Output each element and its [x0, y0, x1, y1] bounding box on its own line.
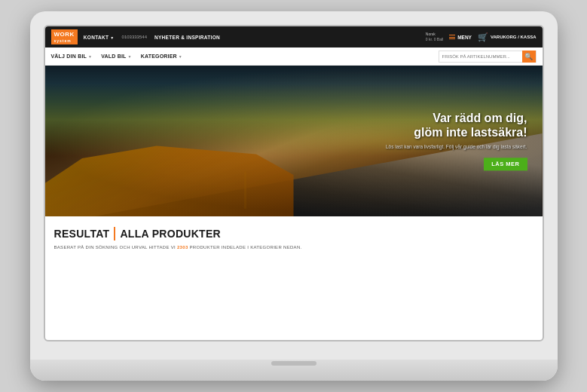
- top-nav-right: Norsk 0 kr. 0 Ball MENY 🛒 VARUKORG / KAS…: [426, 32, 537, 42]
- hero-title: Var rädd om dig, glöm inte lastsäkra!: [386, 111, 527, 139]
- results-description: BASERAT PÅ DIN SÖKNING OCH URVAL HITTADE…: [54, 245, 533, 250]
- laptop-base: [30, 360, 558, 381]
- hamburger-icon: [449, 35, 455, 39]
- top-nav: WORK system KONTAKT ▼ 0103333544 NYHETER…: [45, 26, 543, 47]
- search-icon: 🔍: [524, 53, 533, 60]
- logo[interactable]: WORK system: [51, 29, 78, 44]
- arrow-icon: ▼: [128, 54, 132, 59]
- cta-button[interactable]: LÄS MER: [484, 158, 527, 171]
- laptop-screen: WORK system KONTAKT ▼ 0103333544 NYHETER…: [44, 25, 544, 341]
- hero-subtitle: Lös last kan vara livsfarligt. Följ vår …: [386, 145, 527, 150]
- phone-number[interactable]: 0103333544: [122, 35, 147, 39]
- kontakt-link[interactable]: KONTAKT ▼: [84, 35, 115, 40]
- lang-switcher[interactable]: Norsk 0 kr. 0 Ball: [426, 32, 443, 42]
- title-divider: [114, 227, 115, 240]
- laptop-frame: WORK system KONTAKT ▼ 0103333544 NYHETER…: [30, 11, 558, 381]
- choose-car-nav[interactable]: VÄLJ DIN BIL ▼: [51, 54, 93, 59]
- cart-button[interactable]: 🛒 VARUKORG / KASSA: [478, 32, 537, 42]
- results-section: RESULTAT ALLA PRODUKTER BASERAT PÅ DIN S…: [45, 216, 543, 257]
- cart-icon: 🛒: [478, 32, 488, 42]
- selected-car-nav[interactable]: VALD BIL ▼: [101, 54, 132, 59]
- product-count: 2303: [177, 245, 188, 250]
- results-label: RESULTAT: [54, 228, 110, 240]
- laptop-notch: [271, 361, 316, 366]
- menu-button[interactable]: MENY: [449, 35, 472, 40]
- secondary-nav: VÄLJ DIN BIL ▼ VALD BIL ▼ KATEGORIER ▼ 🔍: [45, 47, 543, 66]
- categories-nav[interactable]: KATEGORIER ▼: [141, 54, 182, 59]
- search-button[interactable]: 🔍: [522, 51, 536, 63]
- search-input[interactable]: [439, 54, 522, 59]
- arrow-icon: ▼: [179, 54, 182, 59]
- search-box: 🔍: [439, 51, 537, 63]
- results-title: RESULTAT ALLA PRODUKTER: [54, 227, 533, 240]
- news-link[interactable]: NYHETER & INSPIRATION: [154, 35, 220, 40]
- hero-section: Var rädd om dig, glöm inte lastsäkra! Lö…: [45, 66, 543, 216]
- hero-text: Var rädd om dig, glöm inte lastsäkra! Lö…: [386, 111, 527, 170]
- top-nav-links: KONTAKT ▼ 0103333544 NYHETER & INSPIRATI…: [84, 35, 426, 40]
- all-products-label: ALLA PRODUKTER: [120, 228, 221, 240]
- arrow-icon: ▼: [110, 35, 114, 40]
- arrow-icon: ▼: [88, 54, 92, 59]
